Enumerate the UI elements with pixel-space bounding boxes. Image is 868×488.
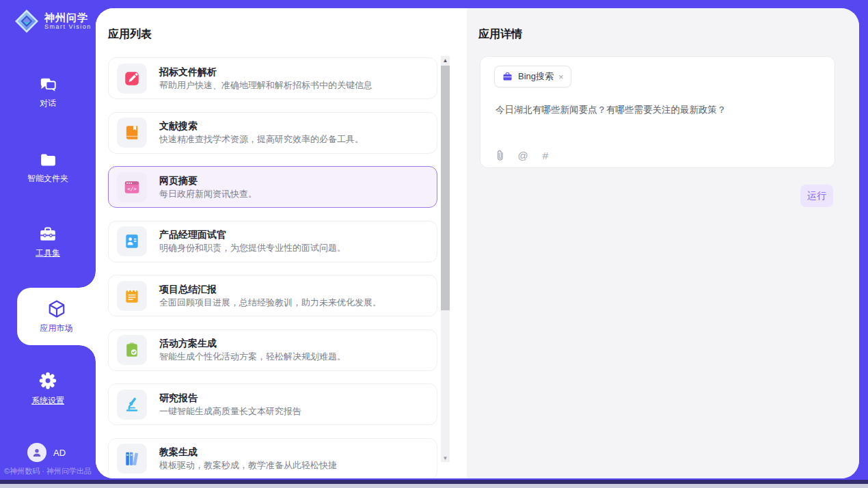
app-detail-title: 应用详情 (478, 27, 522, 42)
browser-code-icon (123, 178, 141, 196)
app-card-description: 智能生成个性化活动方案，轻松解决规划难题。 (159, 351, 346, 363)
tool-tag-bing-search[interactable]: Bing搜索 × (494, 66, 571, 87)
app-card[interactable]: 研究报告 一键智能生成高质量长文本研究报告 (108, 383, 437, 425)
user-account[interactable]: AD (27, 443, 66, 462)
tool-tag-label: Bing搜索 (518, 70, 554, 83)
avatar (27, 443, 46, 462)
app-window: 神州问学 Smart Vision 对话 智能文件夹 (0, 0, 868, 488)
app-list-panel: 应用列表 招标文件解析 帮助用户快速、准确地理解和解析招标书中的关键信息 (96, 8, 467, 478)
query-text[interactable]: 今日湖北有哪些新闻要点？有哪些需要关注的最新政策？ (496, 103, 821, 117)
app-icon-tile (117, 335, 147, 365)
sidebar-item-label: 工具集 (36, 247, 60, 259)
user-initials: AD (53, 448, 66, 458)
prompt-input-card[interactable]: Bing搜索 × 今日湖北有哪些新闻要点？有哪些需要关注的最新政策？ @ # (480, 56, 835, 168)
app-card-title: 文献搜索 (159, 120, 364, 132)
app-card-description: 模板驱动，教案秒成，教学准备从此轻松快捷 (159, 459, 337, 472)
app-card-title: 招标文件解析 (159, 66, 372, 78)
composer-toolbar: @ # (494, 148, 552, 162)
sidebar-item-label: 应用市场 (40, 323, 73, 334)
app-card[interactable]: 活动方案生成 智能生成个性化活动方案，轻松解决规划难题。 (108, 329, 437, 371)
app-card-description: 全面回顾项目进展，总结经验教训，助力未来优化发展。 (159, 297, 381, 309)
app-card-title: 网页摘要 (159, 174, 257, 187)
window-bottom-strip-light (0, 484, 868, 488)
briefcase-icon (502, 71, 513, 83)
notepad-icon (123, 287, 141, 305)
brand-logo: 神州问学 Smart Vision (14, 8, 92, 34)
app-card-title: 活动方案生成 (159, 337, 346, 349)
sidebar: 神州问学 Smart Vision 对话 智能文件夹 (0, 0, 96, 480)
app-card-title: 产品经理面试官 (159, 228, 346, 241)
sidebar-item-chat[interactable]: 对话 (0, 77, 96, 109)
scrollbar-thumb[interactable] (441, 66, 450, 310)
app-icon-tile (117, 390, 147, 420)
app-list-title: 应用列表 (108, 27, 152, 42)
gear-icon (38, 371, 57, 390)
sidebar-item-toolset[interactable]: 工具集 (0, 226, 96, 259)
edit-square-icon (123, 70, 141, 87)
clipboard-check-icon (123, 341, 141, 359)
sidebar-item-smart-folders[interactable]: 智能文件夹 (0, 152, 96, 185)
brand-subtitle: Smart Vision (44, 23, 92, 31)
app-card[interactable]: 网页摘要 每日政府新闻资讯快查。 (108, 166, 437, 208)
chat-bubbles-icon (39, 77, 57, 93)
diamond-logo-icon (14, 8, 40, 34)
app-icon-tile (117, 281, 147, 311)
app-card[interactable]: 文献搜索 快速精准查找学术资源，提高研究效率的必备工具。 (108, 112, 437, 154)
app-icon-tile (117, 172, 147, 202)
sidebar-item-settings[interactable]: 系统设置 (0, 371, 96, 407)
close-icon[interactable]: × (558, 72, 564, 81)
sidebar-item-label: 智能文件夹 (27, 173, 68, 185)
mention-icon[interactable]: @ (517, 148, 529, 162)
app-card-description: 一键智能生成高质量长文本研究报告 (159, 405, 301, 418)
person-icon (31, 446, 43, 459)
app-icon-tile (117, 118, 147, 148)
app-icon-tile (117, 226, 147, 256)
books-icon (123, 450, 141, 467)
resume-person-icon (123, 232, 141, 250)
app-card[interactable]: 项目总结汇报 全面回顾项目进展，总结经验教训，助力未来优化发展。 (108, 275, 437, 316)
app-detail-panel: 应用详情 Bing搜索 × 今日湖北有哪些新闻要点？有哪些需要关注的最新政策？ (467, 8, 859, 478)
brand-name: 神州问学 (44, 12, 92, 23)
app-card-title: 项目总结汇报 (159, 283, 381, 295)
main-content: 应用列表 招标文件解析 帮助用户快速、准确地理解和解析招标书中的关键信息 (96, 8, 859, 478)
run-button[interactable]: 运行 (800, 185, 833, 207)
sidebar-item-label: 系统设置 (31, 395, 64, 407)
app-list: 招标文件解析 帮助用户快速、准确地理解和解析招标书中的关键信息 文献搜索 快速精… (108, 57, 437, 478)
copyright-footer: ©神州数码 · 神州问学出品 (0, 466, 96, 476)
app-card[interactable]: 教案生成 模板驱动，教案秒成，教学准备从此轻松快捷 (108, 438, 437, 479)
toolbox-icon (38, 226, 57, 243)
app-icon-tile (117, 64, 147, 94)
scroll-down-icon[interactable]: ▼ (441, 454, 450, 462)
paperclip-icon[interactable] (494, 148, 506, 162)
app-card-description: 快速精准查找学术资源，提高研究效率的必备工具。 (159, 133, 364, 146)
folder-icon (39, 152, 57, 168)
app-card-title: 教案生成 (159, 446, 337, 458)
sidebar-item-app-market[interactable]: 应用市场 (17, 288, 96, 345)
app-card-description: 帮助用户快速、准确地理解和解析招标书中的关键信息 (159, 79, 372, 92)
book-icon (123, 124, 141, 141)
scroll-up-icon[interactable]: ▲ (441, 56, 450, 64)
app-card-description: 每日政府新闻资讯快查。 (159, 188, 257, 200)
tab-curve-top (79, 271, 96, 288)
hash-icon[interactable]: # (539, 148, 552, 162)
app-card-description: 明确身份和职责，为您提供专业性的面试问题。 (159, 242, 346, 254)
cube-icon (46, 299, 67, 319)
app-card[interactable]: 招标文件解析 帮助用户快速、准确地理解和解析招标书中的关键信息 (108, 57, 437, 99)
microscope-icon (123, 396, 141, 414)
scrollbar-track[interactable]: ▲ ▼ (441, 56, 450, 462)
sidebar-item-label: 对话 (40, 98, 56, 109)
app-icon-tile (117, 444, 147, 474)
app-card[interactable]: 产品经理面试官 明确身份和职责，为您提供专业性的面试问题。 (108, 221, 437, 262)
app-card-title: 研究报告 (159, 392, 301, 404)
tab-curve-bottom (79, 345, 96, 362)
